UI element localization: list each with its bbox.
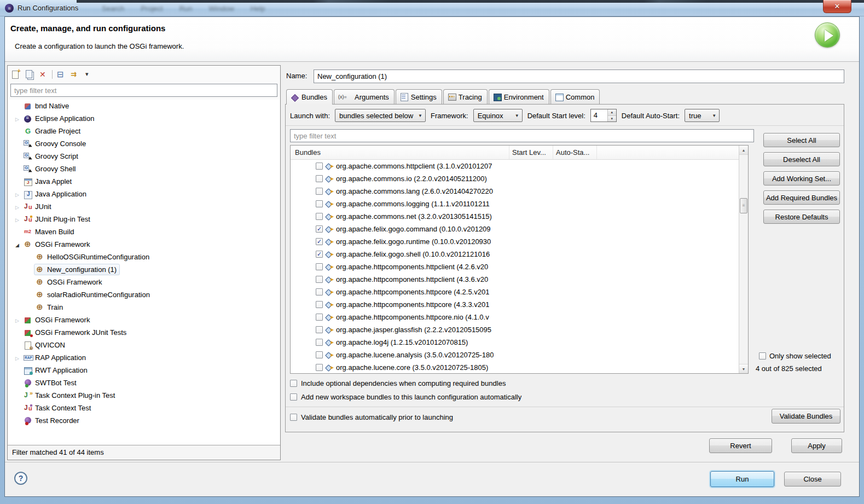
validate-bundles-checkbox[interactable] (290, 414, 297, 421)
bundle-filter-input[interactable] (290, 129, 754, 142)
tree-item-bnd-native[interactable]: bnd Native (8, 100, 280, 112)
bundle-row[interactable]: org.apache.commons.lang (2.6.0.v20140427… (291, 185, 739, 198)
tree-item-java-application[interactable]: Java Application (8, 188, 280, 200)
tree-item-osgi-framework[interactable]: OSGi Framework (8, 238, 280, 251)
include-optional-dependencies-checkbox[interactable] (290, 380, 297, 387)
bundle-row[interactable]: org.apache.httpcomponents.httpcore.nio (… (291, 311, 739, 323)
add-new-workspace-checkbox[interactable] (290, 393, 297, 401)
bundle-row[interactable]: org.apache.httpcomponents.httpcore (4.3.… (291, 298, 739, 311)
column-header-bundles[interactable]: Bundles (291, 146, 509, 159)
tree-item-swtbot-test[interactable]: SWTBot Test (8, 376, 280, 389)
add-working-set-button[interactable]: Add Working Set... (763, 171, 840, 186)
tab-arguments[interactable]: Arguments (334, 89, 395, 104)
launch-with-select[interactable]: bundles selected below ▼ (335, 109, 426, 122)
tree-item-train[interactable]: Train (8, 301, 280, 314)
column-header-start-lev[interactable]: Start Lev... (509, 146, 553, 159)
bundle-row[interactable]: org.apache.lucene.core (3.5.0.v20120725-… (291, 361, 739, 373)
bundle-checkbox[interactable] (316, 339, 323, 346)
close-button[interactable]: Close (784, 472, 841, 486)
tree-item-groovy-script[interactable]: Groovy Script (8, 150, 280, 163)
bundle-checkbox[interactable] (316, 213, 323, 220)
bundle-row[interactable]: org.apache.jasper.glassfish (2.2.2.v2012… (291, 323, 739, 336)
tab-bundles[interactable]: Bundles (286, 89, 333, 105)
menu-caret-icon[interactable] (84, 69, 94, 79)
restore-defaults-button[interactable]: Restore Defaults (763, 210, 840, 224)
new-configuration-icon[interactable] (11, 69, 21, 79)
run-button[interactable]: Run (710, 471, 774, 487)
bundle-row[interactable]: org.apache.httpcomponents.httpclient (4.… (291, 260, 739, 273)
bundle-row[interactable]: org.apache.felix.gogo.shell (0.10.0.v201… (291, 248, 739, 260)
bundle-checkbox[interactable] (316, 163, 323, 170)
stepper-up-icon[interactable]: ▲ (608, 109, 616, 116)
title-bar[interactable]: ≡ Run Configurations SearchProjectRunWin… (0, 0, 864, 16)
tree-item-task-context-plug-in-test[interactable]: Task Context Plug-in Test (8, 389, 280, 402)
tab-settings[interactable]: Settings (396, 89, 442, 104)
expand-arrow-icon[interactable] (13, 190, 22, 198)
table-scrollbar[interactable]: ▲ ≡ ▼ (739, 146, 748, 373)
window-close-button[interactable]: ✕ (823, 0, 851, 13)
collapse-arrow-icon[interactable] (13, 240, 22, 248)
bundle-checkbox[interactable] (316, 251, 323, 258)
start-level-stepper[interactable]: 4 ▲ ▼ (590, 109, 617, 122)
column-header-auto-sta[interactable]: Auto-Sta... (553, 146, 597, 159)
delete-icon[interactable] (38, 69, 48, 79)
bundle-checkbox[interactable] (316, 301, 323, 308)
bundle-row[interactable]: org.apache.httpcomponents.httpcore (4.2.… (291, 286, 739, 298)
tree-item-osgi-framework[interactable]: OSGi Framework (8, 314, 280, 326)
expand-arrow-icon[interactable] (13, 202, 22, 211)
bundle-checkbox[interactable] (316, 225, 323, 233)
bundle-row[interactable]: org.apache.commons.net (3.2.0.v201305141… (291, 210, 739, 223)
bundle-checkbox[interactable] (316, 326, 323, 333)
expand-arrow-icon[interactable] (13, 316, 22, 324)
bundle-checkbox[interactable] (316, 288, 323, 296)
tree-item-gradle-project[interactable]: Gradle Project (8, 125, 280, 137)
bundle-checkbox[interactable] (316, 175, 323, 182)
tree-item-maven-build[interactable]: Maven Build (8, 225, 280, 238)
tree-item-new-configuration-1[interactable]: New_configuration (1) (8, 263, 280, 276)
bundle-checkbox[interactable] (316, 314, 323, 321)
collapse-all-icon[interactable] (56, 69, 66, 79)
auto-start-select[interactable]: true ▼ (685, 109, 720, 122)
apply-button[interactable]: Apply (791, 438, 842, 453)
configuration-filter-input[interactable] (10, 84, 277, 97)
bundle-checkbox[interactable] (316, 276, 323, 283)
tree-item-java-applet[interactable]: Java Applet (8, 175, 280, 188)
tree-item-osgi-framework-junit-tests[interactable]: OSGi Framework JUnit Tests (8, 326, 280, 339)
bundle-row[interactable]: org.apache.commons.io (2.2.0.v2014052112… (291, 172, 739, 185)
tree-item-task-context-test[interactable]: Task Context Test (8, 402, 280, 414)
expand-arrow-icon[interactable] (13, 215, 22, 223)
tree-item-rap-application[interactable]: RAP Application (8, 351, 280, 364)
validate-bundles-button[interactable]: Validate Bundles (772, 409, 840, 424)
stepper-down-icon[interactable]: ▼ (608, 116, 616, 122)
revert-button[interactable]: Revert (709, 438, 772, 453)
tree-item-helloosgiruntimeconfiguration[interactable]: HelloOSGiRuntimeConfiguration (8, 251, 280, 263)
tree-item-test-recorder[interactable]: Test Recorder (8, 414, 280, 427)
bundle-row[interactable]: org.apache.felix.gogo.command (0.10.0.v2… (291, 223, 739, 235)
tree-item-rwt-application[interactable]: RWT Application (8, 364, 280, 376)
add-required-bundles-button[interactable]: Add Required Bundles (763, 190, 840, 205)
scrollbar-thumb[interactable]: ≡ (740, 198, 747, 213)
tree-item-solarradioruntimeconfiguration[interactable]: solarRadioRuntimeConfiguration (8, 288, 280, 301)
only-show-selected-checkbox[interactable] (759, 352, 766, 360)
bundle-checkbox[interactable] (316, 364, 323, 371)
tree-item-junit[interactable]: JUnit (8, 200, 280, 213)
expand-arrow-icon[interactable] (13, 114, 22, 123)
configuration-name-input[interactable] (314, 69, 844, 83)
bundle-row[interactable]: org.apache.commons.logging (1.1.1.v20110… (291, 198, 739, 210)
tree-item-junit-plug-in-test[interactable]: JUnit Plug-in Test (8, 213, 280, 225)
filter-icon[interactable] (70, 69, 80, 79)
select-all-button[interactable]: Select All (763, 133, 840, 147)
bundle-row[interactable]: org.apache.lucene.analysis (3.5.0.v20120… (291, 349, 739, 361)
tree-item-groovy-shell[interactable]: Groovy Shell (8, 163, 280, 175)
framework-select[interactable]: Equinox ▼ (473, 109, 523, 122)
bundle-row[interactable]: org.apache.httpcomponents.httpclient (4.… (291, 273, 739, 286)
tab-environment[interactable]: Environment (489, 89, 549, 104)
bundle-row[interactable]: org.apache.log4j (1.2.15.v201012070815) (291, 336, 739, 349)
bundle-checkbox[interactable] (316, 200, 323, 207)
tab-tracing[interactable]: Tracing (443, 89, 488, 104)
scroll-up-icon[interactable]: ▲ (739, 146, 748, 155)
bundle-checkbox[interactable] (316, 238, 323, 245)
tree-item-osgi-framework[interactable]: OSGi Framework (8, 276, 280, 288)
deselect-all-button[interactable]: Deselect All (763, 152, 840, 166)
help-button[interactable]: ? (14, 472, 27, 485)
